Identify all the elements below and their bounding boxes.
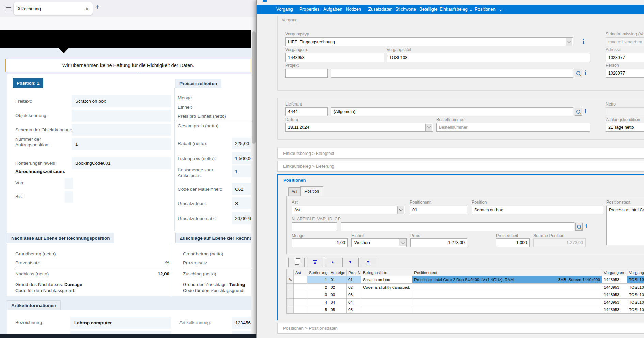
- menge-input[interactable]: 1,00: [292, 238, 348, 247]
- stringint-label: StringInt missing (Vor: [606, 32, 644, 36]
- lookup-button[interactable]: [575, 223, 583, 231]
- lookup-button[interactable]: [575, 69, 582, 77]
- collapsed-belegtext[interactable]: Einkaufsbeleg > Belegtext: [277, 148, 644, 159]
- surcharge-prozentsatz-label: Prozentsatz: [183, 260, 207, 265]
- erp-window: Vorgang Properties Aufgaben Notizen Zusa…: [256, 0, 644, 338]
- projekt-nr-input[interactable]: [285, 69, 328, 78]
- projekt-name-input[interactable]: [331, 69, 573, 78]
- browser-tab-strip: XRechnung × +: [0, 0, 256, 17]
- menu-stichworte[interactable]: Stichworte: [395, 6, 416, 12]
- netto-input[interactable]: [606, 107, 644, 116]
- lieferant-nr-input[interactable]: 4444: [285, 107, 328, 116]
- move-up-button[interactable]: ▲: [325, 258, 341, 267]
- grid-row[interactable]: 4 04 04 1443953 TOSL108: [287, 299, 644, 306]
- collapsed-lieferung[interactable]: Einkaufsbeleg > Lieferung: [277, 161, 644, 172]
- bestellnummer-input[interactable]: Bestellnummer: [436, 123, 590, 132]
- new-tab-button[interactable]: +: [95, 3, 99, 11]
- lieferant-name-input[interactable]: (Allgemein): [331, 107, 573, 116]
- chevron-down-icon[interactable]: [499, 10, 502, 11]
- cell-belegposition: [361, 299, 412, 306]
- copy-icon: [295, 260, 299, 265]
- artikelkennung-label: Artikelkennung:: [179, 320, 211, 325]
- grid-row-selected[interactable]: ✎ 1 01 01 Scratch on box Processor: Inte…: [287, 276, 644, 284]
- dropdown-button[interactable]: [425, 124, 432, 131]
- grid-row[interactable]: 5 05 05 1443953 TOSL108: [287, 306, 644, 313]
- positionstext-label: Positionstext: [606, 200, 630, 205]
- grid-row[interactable]: 3 03 03 1443953 TOSL108: [287, 291, 644, 299]
- preis-input[interactable]: 1.273,00: [410, 238, 467, 247]
- preiseinheit-input[interactable]: 1,000: [496, 238, 530, 247]
- field-value: 1: [72, 138, 171, 150]
- dropdown-button[interactable]: [399, 239, 406, 246]
- info-icon[interactable]: i: [583, 38, 584, 45]
- field-label: Kontierungshinweis:: [15, 161, 57, 166]
- menu-positionen[interactable]: Positionen: [475, 6, 496, 12]
- positionstext-textarea[interactable]: Processor: Intel Core 2 Duo SU9400 LV (1…: [606, 206, 644, 245]
- info-icon[interactable]: i: [585, 223, 587, 229]
- vorgangsnr-label: Vorgangsnr.: [285, 47, 308, 52]
- warning-banner: Wir übernehmen keine Haftung für die Ric…: [5, 59, 251, 72]
- n-article-name-input[interactable]: [341, 222, 574, 231]
- chevron-down-icon[interactable]: [470, 10, 472, 11]
- bezeichnung-label: Bezeichnung:: [15, 320, 43, 325]
- field-label: Freitext:: [15, 99, 32, 104]
- positionsnr-input[interactable]: 01: [410, 206, 467, 214]
- n-article-nr-input[interactable]: [292, 222, 337, 231]
- cell-vorgangsnr: 1443953: [602, 291, 627, 298]
- menu-einkaufsbeleg[interactable]: Einkaufsbeleg: [440, 6, 468, 12]
- einheit-combobox[interactable]: Wochen: [351, 238, 407, 247]
- person-input[interactable]: 1028077: [606, 69, 644, 78]
- discount-code-label: Code für den Nachlassgrund:: [15, 288, 75, 293]
- move-to-bottom-button[interactable]: ▼: [360, 258, 376, 267]
- datum-value: 18.11.2024: [288, 125, 309, 130]
- grid-row[interactable]: 2 02 02 Cover is slightly damaged. 14439…: [287, 284, 644, 291]
- dropdown-button[interactable]: [397, 206, 404, 214]
- menu-vorgang[interactable]: Vorgang: [276, 6, 293, 12]
- menu-zusatzdaten[interactable]: Zusatzdaten: [368, 6, 393, 12]
- stringint-input[interactable]: manuell vergeben: [606, 37, 644, 46]
- info-icon[interactable]: i: [585, 108, 586, 114]
- menu-notizen[interactable]: Notizen: [346, 6, 361, 12]
- surcharge-grundbetrag-label: Grundbetrag (netto): [183, 251, 223, 256]
- zahlungskondition-label: Zahlungskondition: [606, 117, 640, 122]
- cell-sortierung: 3: [307, 291, 329, 298]
- menu-properties[interactable]: Properties: [299, 6, 319, 12]
- menu-aufgaben[interactable]: Aufgaben: [323, 6, 342, 12]
- ast-combobox[interactable]: Ast: [292, 206, 405, 214]
- tab-ast[interactable]: Ast: [288, 187, 300, 196]
- tab-close-icon[interactable]: ×: [85, 6, 89, 12]
- datum-combobox[interactable]: 18.11.2024: [285, 123, 433, 132]
- section-label: Abrechnungszeitraum:: [15, 169, 65, 174]
- zahlungskondition-input[interactable]: 21 Tage netto: [606, 123, 644, 132]
- move-down-button[interactable]: ▼: [342, 258, 359, 267]
- scrollbar-thumb[interactable]: [252, 31, 256, 144]
- firefox-view-icon[interactable]: [5, 6, 12, 11]
- positionstext-left: Processor: Intel Core 2 Duo SU9400 LV (1…: [414, 277, 515, 282]
- info-icon[interactable]: i: [585, 70, 586, 76]
- von-label: Von:: [15, 180, 25, 186]
- positionsnr-label: Positionsnr.: [410, 200, 432, 205]
- adresse-input[interactable]: 1028077: [606, 53, 644, 62]
- vorgangsnr-input[interactable]: 1443953: [285, 53, 384, 62]
- dropdown-button[interactable]: [566, 38, 572, 46]
- grid-header: Vorgangstitel: [627, 269, 644, 276]
- position-header: Position: 1: [13, 78, 43, 88]
- price-value: 1.500,00: [232, 152, 252, 164]
- bezeichnung-value: Labtop computer: [70, 317, 171, 329]
- tab-position[interactable]: Position: [300, 186, 323, 196]
- summe-input[interactable]: 1.273,00: [533, 238, 586, 247]
- copy-row-button[interactable]: [288, 258, 305, 267]
- menu-beteiligte[interactable]: Beteiligte: [419, 6, 437, 12]
- cell-vorgangstitel: TOSL108: [627, 306, 644, 313]
- vorgangstitel-input[interactable]: TOSL108: [387, 53, 590, 62]
- cell-positionstext: [412, 284, 602, 291]
- lookup-button[interactable]: [575, 108, 582, 116]
- position-input[interactable]: Scratch on box: [472, 206, 603, 214]
- move-to-top-button[interactable]: ▲: [307, 258, 323, 267]
- row-selector: [287, 284, 294, 291]
- browser-tab[interactable]: XRechnung ×: [14, 2, 93, 15]
- collapsed-positionsdaten[interactable]: Positionen > Positionsdaten: [277, 323, 644, 334]
- surcharge-amount-label: Zuschlag (netto): [183, 271, 216, 276]
- vorgangstyp-combobox[interactable]: LIEF_Eingangsrechnung: [285, 37, 573, 46]
- price-value: S: [232, 197, 252, 209]
